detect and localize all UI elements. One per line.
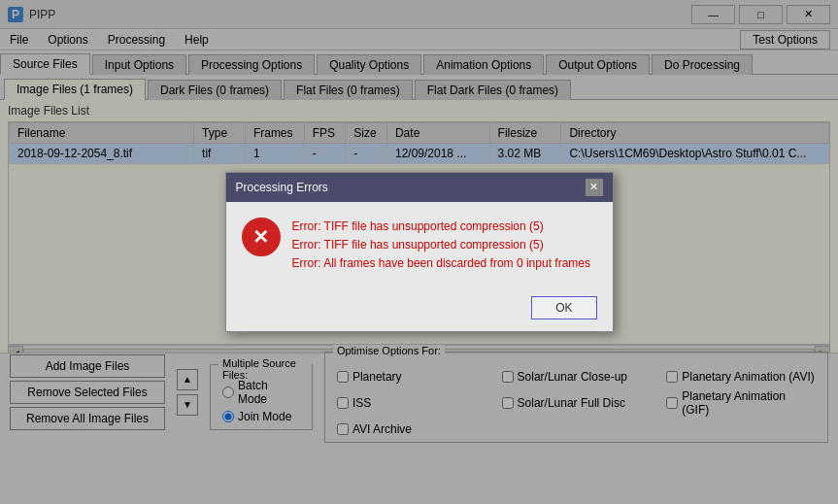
modal-footer: OK [226,288,613,331]
error-message-3: Error: All frames have been discarded fr… [292,254,590,273]
error-message-1: Error: TIFF file has unsupported compres… [292,218,590,236]
ok-button[interactable]: OK [531,296,596,319]
error-messages-container: Error: TIFF file has unsupported compres… [292,218,590,274]
modal-titlebar: Processing Errors ✕ [226,173,613,202]
processing-errors-dialog: Processing Errors ✕ ✕ Error: TIFF file h… [225,172,614,333]
modal-close-button[interactable]: ✕ [586,179,603,196]
error-message-2: Error: TIFF file has unsupported compres… [292,236,590,254]
modal-overlay: Processing Errors ✕ ✕ Error: TIFF file h… [0,0,838,504]
error-icon: ✕ [242,218,281,256]
modal-title: Processing Errors [236,181,328,194]
modal-body: ✕ Error: TIFF file has unsupported compr… [226,202,613,289]
